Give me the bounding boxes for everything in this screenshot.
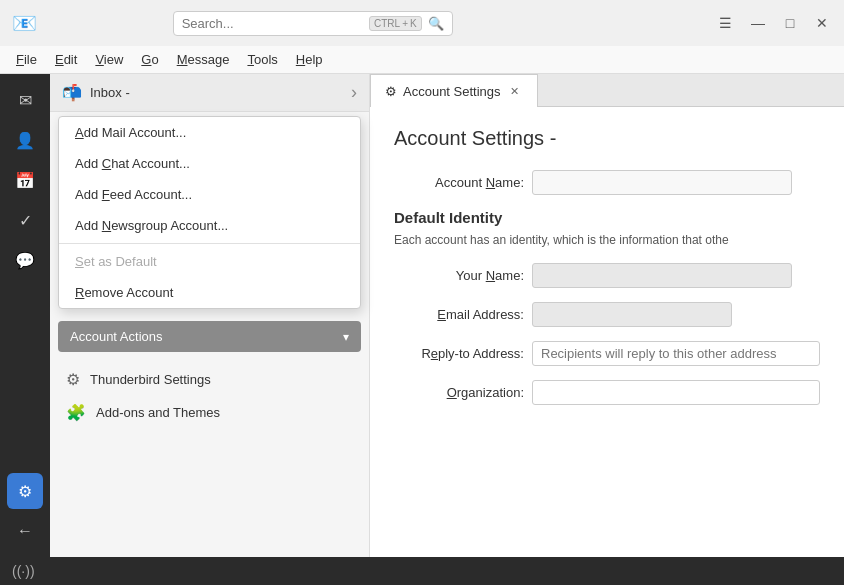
tab-icon: ⚙ (385, 84, 397, 99)
sidebar-icon-contacts[interactable]: 👤 (7, 122, 43, 158)
reply-to-input[interactable] (532, 341, 820, 366)
sidebar-icons: ✉ 👤 📅 ✓ 💬 ⚙ ← (0, 74, 50, 557)
title-bar-left: 📧 (12, 11, 37, 35)
menu-view[interactable]: View (87, 49, 131, 70)
search-shortcut: CTRL + K (369, 16, 422, 31)
sidebar-icon-email[interactable]: ✉ (7, 82, 43, 118)
right-panel: ⚙ Account Settings ✕ Account Settings - … (370, 74, 844, 557)
organization-row: Organization: (394, 380, 820, 405)
your-name-row: Your Name: (394, 263, 820, 288)
gear-icon: ⚙ (66, 370, 80, 389)
maximize-button[interactable]: □ (780, 13, 800, 33)
account-name-label: Account Name: (394, 175, 524, 190)
default-identity-desc: Each account has an identity, which is t… (394, 232, 820, 249)
account-settings-tab[interactable]: ⚙ Account Settings ✕ (370, 74, 538, 107)
your-name-label: Your Name: (394, 268, 524, 283)
sidebar-icon-collapse[interactable]: ← (7, 513, 43, 549)
title-bar-controls: ☰ — □ ✕ (716, 13, 832, 33)
dropdown-add-mail[interactable]: Add Mail Account... (59, 117, 360, 148)
thunderbird-settings-link[interactable]: ⚙ Thunderbird Settings (58, 364, 361, 395)
menu-help[interactable]: Help (288, 49, 331, 70)
email-address-input[interactable] (532, 302, 732, 327)
bottom-bar: ((·)) (0, 557, 844, 585)
settings-content: Account Settings - Account Name: Default… (370, 107, 844, 557)
dropdown-add-chat[interactable]: Add Chat Account... (59, 148, 360, 179)
close-button[interactable]: ✕ (812, 13, 832, 33)
puzzle-icon: 🧩 (66, 403, 86, 422)
inbox-icon: 📬 (62, 83, 82, 102)
sidebar-icon-calendar[interactable]: 📅 (7, 162, 43, 198)
sidebar-icon-tasks[interactable]: ✓ (7, 202, 43, 238)
reply-to-label: Reply-to Address: (394, 346, 524, 361)
hamburger-button[interactable]: ☰ (716, 13, 736, 33)
default-identity-title: Default Identity (394, 209, 820, 226)
dropdown-add-feed[interactable]: Add Feed Account... (59, 179, 360, 210)
account-actions-button[interactable]: Account Actions ▾ (58, 321, 361, 352)
tab-label: Account Settings (403, 84, 501, 99)
menu-go[interactable]: Go (133, 49, 166, 70)
settings-links: ⚙ Thunderbird Settings 🧩 Add-ons and The… (50, 356, 369, 436)
chevron-down-icon: ▾ (343, 330, 349, 344)
email-address-row: Email Address: (394, 302, 820, 327)
account-name-row: Account Name: (394, 170, 820, 195)
main-layout: ✉ 👤 📅 ✓ 💬 ⚙ ← 📬 Inbox - › Add Mail Accou… (0, 74, 844, 557)
account-name-input[interactable] (532, 170, 792, 195)
inbox-bar: 📬 Inbox - › (50, 74, 369, 112)
dropdown-remove-account[interactable]: Remove Account (59, 277, 360, 308)
dropdown-add-newsgroup[interactable]: Add Newsgroup Account... (59, 210, 360, 241)
organization-label: Organization: (394, 385, 524, 400)
wifi-icon: ((·)) (12, 563, 35, 579)
default-identity-section: Default Identity Each account has an ide… (394, 209, 820, 249)
reply-to-row: Reply-to Address: (394, 341, 820, 366)
dropdown-menu: Add Mail Account... Add Chat Account... … (58, 116, 361, 309)
inbox-label: Inbox - (90, 85, 130, 100)
account-actions-label: Account Actions (70, 329, 163, 344)
menu-bar: File Edit View Go Message Tools Help (0, 46, 844, 74)
your-name-input[interactable] (532, 263, 792, 288)
dropdown-divider (59, 243, 360, 244)
minimize-button[interactable]: — (748, 13, 768, 33)
tab-close-button[interactable]: ✕ (507, 83, 523, 99)
title-bar: 📧 CTRL + K 🔍 ☰ — □ ✕ (0, 0, 844, 46)
organization-input[interactable] (532, 380, 820, 405)
thunderbird-settings-label: Thunderbird Settings (90, 372, 211, 387)
settings-title: Account Settings - (394, 127, 820, 150)
inbox-expand-icon[interactable]: › (351, 82, 357, 103)
menu-tools[interactable]: Tools (239, 49, 285, 70)
app-icon: 📧 (12, 11, 37, 35)
menu-file[interactable]: File (8, 49, 45, 70)
search-icon: 🔍 (428, 16, 444, 31)
search-input[interactable] (182, 16, 363, 31)
tab-bar: ⚙ Account Settings ✕ (370, 74, 844, 107)
dropdown-set-default: Set as Default (59, 246, 360, 277)
addons-themes-link[interactable]: 🧩 Add-ons and Themes (58, 397, 361, 428)
menu-edit[interactable]: Edit (47, 49, 85, 70)
sidebar-icon-settings[interactable]: ⚙ (7, 473, 43, 509)
email-address-label: Email Address: (394, 307, 524, 322)
search-box: CTRL + K 🔍 (173, 11, 453, 36)
menu-message[interactable]: Message (169, 49, 238, 70)
addons-themes-label: Add-ons and Themes (96, 405, 220, 420)
left-panel: 📬 Inbox - › Add Mail Account... Add Chat… (50, 74, 370, 557)
sidebar-icon-chat[interactable]: 💬 (7, 242, 43, 278)
